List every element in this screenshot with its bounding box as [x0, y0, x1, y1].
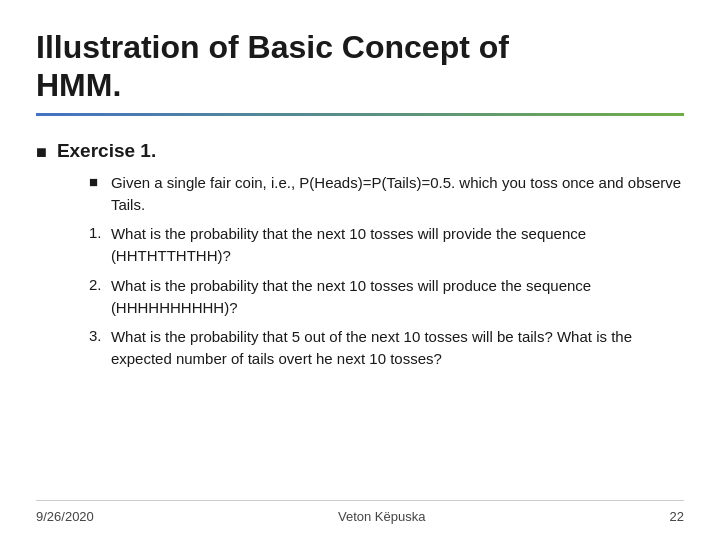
exercise-bullet: ■ — [36, 142, 47, 500]
item-marker-3: 3. — [89, 327, 111, 344]
exercise-label: Exercise 1. — [57, 140, 156, 162]
item-text-2: What is the probability that the next 10… — [111, 275, 684, 319]
item-marker-1: 1. — [89, 224, 111, 241]
title-divider — [36, 113, 684, 116]
title-block: Illustration of Basic Concept of HMM. — [36, 28, 684, 130]
item-text-0: Given a single fair coin, i.e., P(Heads)… — [111, 172, 684, 216]
list-item: ■ Given a single fair coin, i.e., P(Head… — [89, 172, 684, 216]
item-text-3: What is the probability that 5 out of th… — [111, 326, 684, 370]
content-area: ■ Exercise 1. ■ Given a single fair coin… — [36, 140, 684, 500]
footer-author: Veton Këpuska — [338, 509, 425, 524]
list-item: 2. What is the probability that the next… — [89, 275, 684, 319]
footer-date: 9/26/2020 — [36, 509, 94, 524]
item-marker-0: ■ — [89, 173, 111, 190]
exercise-block: Exercise 1. ■ Given a single fair coin, … — [57, 140, 684, 500]
items-list: ■ Given a single fair coin, i.e., P(Head… — [89, 172, 684, 370]
title-line1: Illustration of Basic Concept of — [36, 29, 509, 65]
exercise-header: Exercise 1. — [57, 140, 684, 162]
list-item: 1. What is the probability that the next… — [89, 223, 684, 267]
list-item: 3. What is the probability that 5 out of… — [89, 326, 684, 370]
slide-title: Illustration of Basic Concept of HMM. — [36, 28, 684, 105]
item-text-1: What is the probability that the next 10… — [111, 223, 684, 267]
title-line2: HMM. — [36, 67, 121, 103]
slide: Illustration of Basic Concept of HMM. ■ … — [0, 0, 720, 540]
footer-page: 22 — [670, 509, 684, 524]
footer: 9/26/2020 Veton Këpuska 22 — [36, 500, 684, 524]
item-marker-2: 2. — [89, 276, 111, 293]
